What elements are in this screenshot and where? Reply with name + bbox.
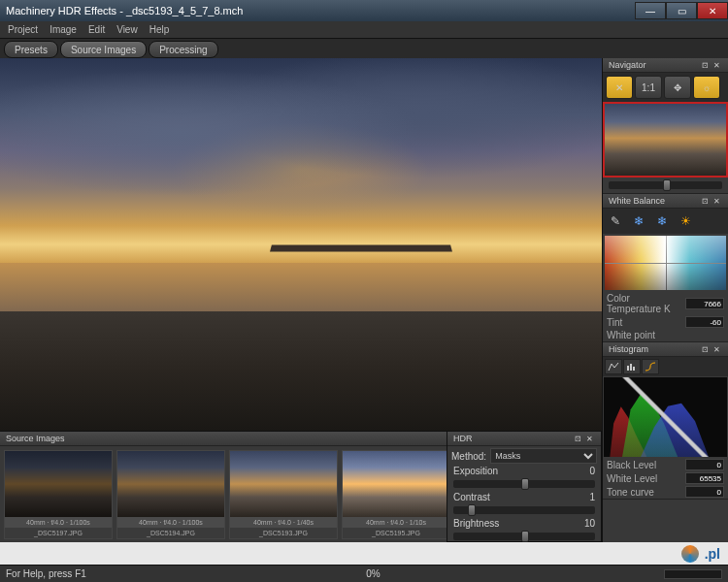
white-level-input[interactable]	[685, 472, 724, 484]
hist-curve-button[interactable]	[642, 359, 659, 374]
menu-help[interactable]: Help	[149, 24, 170, 35]
panel-pin-icon[interactable]: ⊡	[699, 195, 711, 207]
source-thumb[interactable]: 40mm · f/4.0 · 1/100s_DSC5194.JPG	[116, 450, 225, 539]
source-thumb[interactable]: 40mm · f/4.0 · 1/10s_DSC5195.JPG	[342, 450, 450, 539]
panel-pin-icon[interactable]: ⊡	[572, 433, 583, 444]
hist-mode-button[interactable]	[605, 359, 622, 374]
preview-canvas[interactable]	[0, 58, 602, 431]
panel-close-icon[interactable]: ✕	[583, 433, 595, 444]
contrast-slider[interactable]	[453, 506, 595, 514]
panel-pin-icon[interactable]: ⊡	[699, 343, 711, 355]
svg-rect-0	[627, 366, 629, 371]
domain-label: .pl	[705, 546, 720, 562]
color-picker[interactable]	[605, 236, 726, 290]
menu-bar: Project Image Edit View Help	[0, 21, 728, 39]
nav-fit-button[interactable]: ✕	[606, 76, 633, 99]
nav-1to1-button[interactable]: 1:1	[635, 76, 662, 99]
window-title: Machinery HDR Effects - _dsc5193_4_5_7_8…	[6, 5, 243, 16]
footer: .pl	[0, 542, 728, 565]
progress-bar	[664, 569, 722, 579]
navigator-panel: Navigator⊡✕ ✕ 1:1 ✥ ☼	[603, 58, 728, 194]
maximize-button[interactable]: ▭	[666, 2, 697, 19]
histogram-display[interactable]	[604, 377, 727, 457]
source-thumb[interactable]: 40mm · f/4.0 · 1/100s_DSC5197.JPG	[4, 450, 113, 539]
tab-presets[interactable]: Presets	[4, 41, 58, 58]
wb-preset-icon[interactable]: ❄	[652, 211, 672, 231]
logo-icon	[681, 545, 699, 563]
menu-project[interactable]: Project	[8, 24, 38, 35]
wb-sun-icon[interactable]: ☀	[676, 211, 695, 231]
navigator-thumb[interactable]	[603, 102, 728, 178]
nav-settings-button[interactable]: ☼	[693, 76, 720, 99]
black-level-input[interactable]	[685, 459, 724, 470]
panel-close-icon[interactable]: ✕	[711, 59, 722, 71]
histogram-panel: Histogram⊡✕ Black Level White Level Tone…	[603, 342, 728, 500]
exposition-slider[interactable]	[453, 480, 595, 488]
tint-input[interactable]	[685, 316, 724, 328]
menu-image[interactable]: Image	[50, 24, 77, 35]
tab-processing[interactable]: Processing	[149, 41, 217, 58]
white-balance-panel: White Balance⊡✕ ✎ ❄ ❄ ☀ Color Temperatur…	[603, 194, 728, 342]
zoom-slider[interactable]	[609, 181, 722, 189]
minimize-button[interactable]: —	[635, 2, 666, 19]
source-thumb[interactable]: 40mm · f/4.0 · 1/40s_DSC5193.JPG	[229, 450, 338, 539]
nav-move-button[interactable]: ✥	[664, 76, 691, 99]
wb-preset-icon[interactable]: ❄	[629, 211, 648, 231]
panel-close-icon[interactable]: ✕	[711, 195, 722, 207]
status-bar: For Help, press F1 0%	[0, 565, 728, 582]
menu-view[interactable]: View	[116, 24, 138, 35]
svg-rect-1	[630, 364, 632, 371]
status-help: For Help, press F1	[6, 568, 86, 579]
brightness-slider[interactable]	[453, 533, 595, 540]
panel-pin-icon[interactable]: ⊡	[699, 59, 711, 71]
color-temp-input[interactable]	[685, 298, 724, 309]
hist-mode-button[interactable]	[623, 359, 641, 374]
title-bar: Machinery HDR Effects - _dsc5193_4_5_7_8…	[0, 0, 728, 21]
hdr-method-select[interactable]: Masks	[490, 448, 597, 464]
hdr-panel: HDR⊡✕ Method:Masks Exposition0 Contrast1…	[447, 431, 602, 542]
svg-rect-2	[633, 367, 635, 371]
tab-source-images[interactable]: Source Images	[60, 41, 147, 58]
eyedropper-icon[interactable]: ✎	[606, 211, 625, 231]
menu-edit[interactable]: Edit	[88, 24, 105, 35]
tone-curve-input[interactable]	[685, 486, 724, 498]
tab-bar: Presets Source Images Processing	[0, 39, 728, 58]
close-button[interactable]: ✕	[697, 2, 728, 19]
panel-close-icon[interactable]: ✕	[711, 343, 722, 355]
